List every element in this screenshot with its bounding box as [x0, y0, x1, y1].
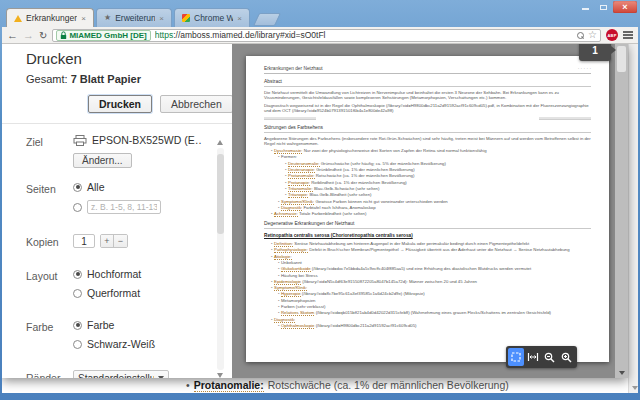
- doc-line: •Tritanopie: Blau-Gelb-Blindheit (sehr s…: [264, 192, 591, 197]
- webstore-icon: [182, 14, 190, 22]
- close-button[interactable]: ×: [613, 1, 637, 13]
- zoom-out-button[interactable]: [542, 348, 558, 366]
- scrollbar-thumb[interactable]: [617, 46, 626, 72]
- doc-line: Die Netzhaut vermittelt die Umwandlung v…: [264, 90, 591, 101]
- margins-value: Standardeinstellung: [78, 373, 154, 379]
- doc-line: •Farben (sehr verblasst): [264, 304, 591, 309]
- doc-line: •Achromasie: Totale Farbenblindheit (seh…: [264, 211, 591, 216]
- doc-line: •Protanomalie: Rotschwäche (ca. 1% der m…: [264, 173, 591, 178]
- pages-all-radio[interactable]: [73, 183, 82, 192]
- printer-name: EPSON-BX525WD (E…: [92, 134, 202, 146]
- document-title: Erkrankungen der Netzhaut: [264, 66, 323, 71]
- print-settings-panel: Drucken Gesamt: 7 Blatt Papier Drucken A…: [2, 44, 232, 378]
- doc-line: •Metamorphopsien: [264, 298, 591, 303]
- landscape-radio[interactable]: [73, 289, 82, 298]
- color-option-label: Farbe: [87, 319, 114, 331]
- copies-minus-button[interactable]: −: [114, 235, 127, 247]
- print-preview-area: Erkrankungen der Netzhaut · · · · · Abst…: [232, 44, 628, 378]
- pages-range-radio[interactable]: [73, 203, 82, 212]
- term-definition: Rotschwäche (ca. 1% der männlichen Bevöl…: [268, 379, 509, 391]
- portrait-radio[interactable]: [73, 270, 82, 279]
- doc-line: Retinopathia centralis serosa (Chorioret…: [264, 233, 591, 238]
- page-number-bubble: 1: [579, 44, 611, 61]
- lock-icon: [60, 31, 67, 40]
- doc-line: •Glukokortikoide (/library#xid=doc7e5bbd…: [264, 266, 591, 271]
- margins-section: Ränder Standardeinstellung: [2, 370, 232, 378]
- dialog-title: Drucken: [26, 50, 216, 67]
- doc-line: •Dyschromasie: Nur zwei der physiologisc…: [264, 148, 591, 153]
- doc-line: •Definition: Seröse Netzhautabhebung am …: [264, 241, 591, 246]
- browser-window: × Erkrankungen der Netzha × ★ Erweiterun…: [0, 0, 640, 400]
- ev-certificate-badge[interactable]: MIAMED GmbH [DE]: [56, 30, 150, 41]
- document-header: Erkrankungen der Netzhaut · · · · ·: [264, 66, 591, 74]
- preview-scrollbar[interactable]: [615, 44, 628, 378]
- tab-title: Chrome Web Store - Ann: [194, 13, 233, 23]
- doc-line: •Epidemiologie (/library#xid=N5c4df63e91…: [264, 279, 591, 284]
- cancel-button[interactable]: Abbrechen: [160, 95, 232, 113]
- forward-icon[interactable]: →: [23, 30, 34, 41]
- adblock-extension-icon[interactable]: ABP: [606, 29, 618, 41]
- copies-section: Kopien + −: [2, 234, 232, 255]
- copies-stepper[interactable]: + −: [100, 234, 128, 248]
- bw-radio[interactable]: [73, 340, 82, 349]
- fit-width-icon: [527, 352, 539, 362]
- bw-option-label: Schwarz-Weiß: [87, 338, 155, 350]
- color-radio[interactable]: [73, 321, 82, 330]
- destination-label: Ziel: [26, 134, 73, 168]
- doc-line: •Pathophysiologie: Defekt in Bruch'scher…: [264, 247, 591, 252]
- fit-page-button[interactable]: [508, 348, 524, 366]
- page-scrollbar[interactable]: [628, 44, 638, 393]
- maximize-button[interactable]: [595, 1, 612, 13]
- doc-line: •Deuteranomalie: Grünschwäche (sehr häuf…: [264, 161, 591, 166]
- menu-icon[interactable]: [623, 31, 633, 39]
- pages-range-input[interactable]: [87, 200, 161, 214]
- doc-line: •Diagnostik:: [264, 317, 591, 322]
- doc-line: •Symptome/Klinik:: [264, 285, 591, 290]
- fit-width-button[interactable]: [525, 348, 541, 366]
- doc-line: •Diagnostik: Farbtafel nach Ishihara, An…: [264, 205, 591, 210]
- back-icon[interactable]: ←: [7, 30, 18, 41]
- bookmark-star-icon[interactable]: ☆: [588, 30, 597, 40]
- minimize-button[interactable]: [577, 1, 594, 13]
- tab-erweiterungen[interactable]: ★ Erweiterungen ×: [96, 8, 172, 27]
- margins-select[interactable]: Standardeinstellung: [73, 370, 169, 378]
- tab-close-icon[interactable]: ×: [81, 14, 86, 23]
- extension-icon: ★: [104, 14, 111, 22]
- header-dots: · · · · ·: [578, 66, 591, 71]
- doc-line: •Relatives Skotom (/library#xid=qb015bff…: [264, 310, 591, 315]
- doc-line: [264, 117, 591, 120]
- settings-scrollbar[interactable]: [216, 140, 225, 378]
- new-tab-button[interactable]: [253, 13, 281, 26]
- copies-plus-button[interactable]: +: [101, 235, 114, 247]
- zoom-page-icon[interactable]: [577, 32, 584, 39]
- print-button[interactable]: Drucken: [88, 95, 152, 113]
- tab-close-icon[interactable]: ×: [159, 14, 164, 23]
- address-bar[interactable]: MIAMED GmbH [DE] https://amboss.miamed.d…: [52, 29, 601, 42]
- reload-icon[interactable]: ↻: [39, 30, 47, 41]
- scroll-down-icon[interactable]: [619, 371, 625, 375]
- copies-input[interactable]: [73, 234, 95, 248]
- doc-line: Störungen des Farbsehens: [264, 125, 591, 133]
- doc-line: •Hyperopie (/library#xid=8c7be95c61a3ef3…: [264, 291, 591, 296]
- bullet: •: [186, 379, 190, 391]
- ev-badge-label: MIAMED GmbH [DE]: [69, 31, 146, 40]
- tab-erkrankungen[interactable]: Erkrankungen der Netzha ×: [6, 8, 94, 27]
- document-body: AbstractDie Netzhaut vermittelt die Umwa…: [264, 79, 591, 328]
- change-printer-button[interactable]: Ändern...: [73, 153, 132, 168]
- tab-webstore[interactable]: Chrome Web Store - Ann ×: [174, 8, 250, 27]
- zoom-out-icon: [544, 352, 555, 363]
- page-content: • Protanomalie: Rotschwäche (ca. 1% der …: [2, 44, 638, 393]
- page-behind-text: • Protanomalie: Rotschwäche (ca. 1% der …: [2, 377, 628, 393]
- margins-label: Ränder: [26, 370, 73, 378]
- tab-close-icon[interactable]: ×: [237, 14, 242, 23]
- print-dialog-header: Drucken Gesamt: 7 Blatt Papier Drucken A…: [2, 44, 232, 113]
- doc-line: Abstract: [264, 79, 591, 87]
- tab-strip: Erkrankungen der Netzha × ★ Erweiterunge…: [6, 8, 278, 27]
- zoom-in-button[interactable]: [559, 348, 575, 366]
- doc-line: •Unbekannt: [264, 260, 591, 265]
- pages-section: Seiten Alle: [2, 181, 232, 221]
- printer-icon: [73, 135, 87, 146]
- doc-line: •Ätiologie:: [264, 254, 591, 259]
- preview-page: Erkrankungen der Netzhaut · · · · · Abst…: [246, 56, 609, 362]
- copies-label: Kopien: [26, 234, 73, 255]
